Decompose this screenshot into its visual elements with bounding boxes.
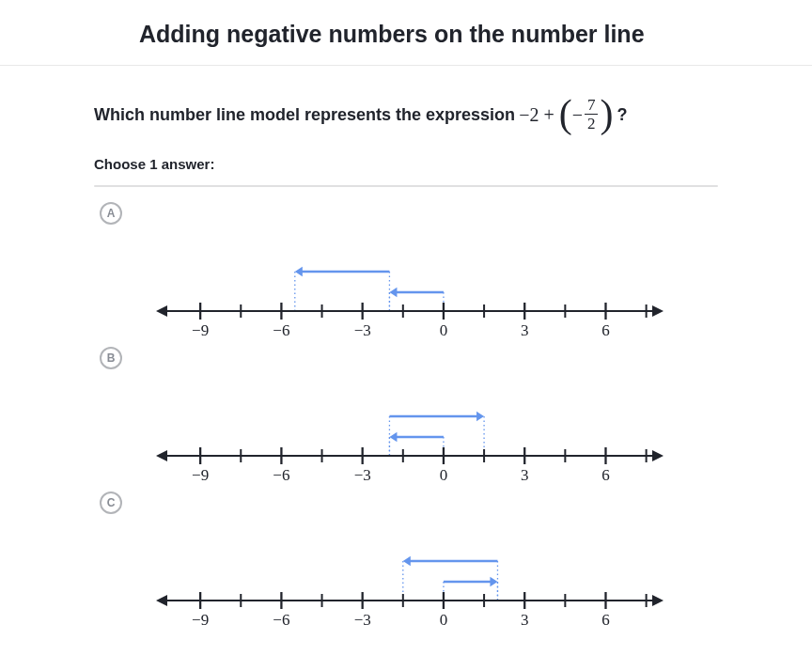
number-line-wrap: −9−6−3036 bbox=[94, 373, 718, 486]
tick-label: 0 bbox=[440, 466, 448, 484]
svg-marker-53 bbox=[490, 576, 497, 585]
expr-lhs: −2 + bbox=[519, 104, 554, 126]
tick-label: 6 bbox=[601, 321, 610, 339]
number-line-svg: −9−6−3036 bbox=[147, 518, 673, 631]
tick-label: 6 bbox=[601, 611, 610, 629]
tick-label: 3 bbox=[521, 611, 529, 629]
math-expression: −2 + ( − 7 2 ) bbox=[519, 98, 613, 133]
tick-label: −9 bbox=[192, 321, 209, 339]
fraction-numerator: 7 bbox=[585, 97, 599, 115]
tick-label: 3 bbox=[521, 321, 529, 339]
number-line-svg: −9−6−3036 bbox=[147, 373, 673, 486]
tick-label: 0 bbox=[440, 611, 448, 629]
tick-label: 6 bbox=[601, 466, 610, 484]
choose-label: Choose 1 answer: bbox=[94, 156, 718, 172]
tick-label: −9 bbox=[192, 611, 209, 629]
svg-marker-3 bbox=[295, 266, 303, 275]
svg-marker-55 bbox=[156, 595, 167, 606]
option-b[interactable]: B −9−6−3036 bbox=[94, 341, 718, 486]
page-header: Adding negative numbers on the number li… bbox=[0, 0, 812, 66]
tick-label: −6 bbox=[273, 321, 289, 339]
tick-label: −3 bbox=[354, 466, 371, 484]
tick-label: −3 bbox=[354, 611, 371, 629]
option-c[interactable]: C −9−6−3036 bbox=[94, 486, 718, 631]
tick-label: −9 bbox=[192, 466, 209, 484]
svg-marker-9 bbox=[156, 305, 167, 317]
option-radio-a[interactable]: A bbox=[100, 202, 122, 225]
content-area: Which number line model represents the e… bbox=[0, 98, 812, 631]
fraction: 7 2 bbox=[585, 97, 599, 133]
svg-marker-56 bbox=[652, 595, 664, 606]
svg-marker-7 bbox=[389, 287, 397, 296]
number-line-wrap: −9−6−3036 bbox=[94, 228, 718, 341]
neg-sign: − bbox=[572, 104, 583, 126]
svg-marker-26 bbox=[476, 411, 484, 420]
svg-marker-10 bbox=[652, 305, 664, 317]
svg-marker-33 bbox=[652, 450, 664, 461]
option-a[interactable]: A −9−6−3036 bbox=[94, 196, 718, 341]
svg-marker-49 bbox=[403, 555, 411, 565]
tick-label: −3 bbox=[354, 321, 371, 339]
number-line-svg: −9−6−3036 bbox=[147, 228, 673, 341]
svg-marker-32 bbox=[156, 450, 167, 461]
tick-label: −6 bbox=[273, 466, 289, 484]
option-radio-b[interactable]: B bbox=[100, 347, 122, 369]
number-line-wrap: −9−6−3036 bbox=[94, 518, 718, 631]
question-prefix: Which number line model represents the e… bbox=[94, 105, 515, 125]
tick-label: 3 bbox=[521, 466, 529, 484]
option-radio-c[interactable]: C bbox=[100, 492, 122, 514]
question-text: Which number line model represents the e… bbox=[94, 98, 718, 133]
tick-label: −6 bbox=[273, 611, 289, 629]
fraction-denominator: 2 bbox=[587, 115, 596, 133]
divider bbox=[94, 185, 718, 187]
tick-label: 0 bbox=[440, 321, 448, 339]
question-suffix: ? bbox=[617, 105, 627, 125]
page-title: Adding negative numbers on the number li… bbox=[139, 21, 812, 48]
svg-marker-30 bbox=[389, 431, 397, 441]
